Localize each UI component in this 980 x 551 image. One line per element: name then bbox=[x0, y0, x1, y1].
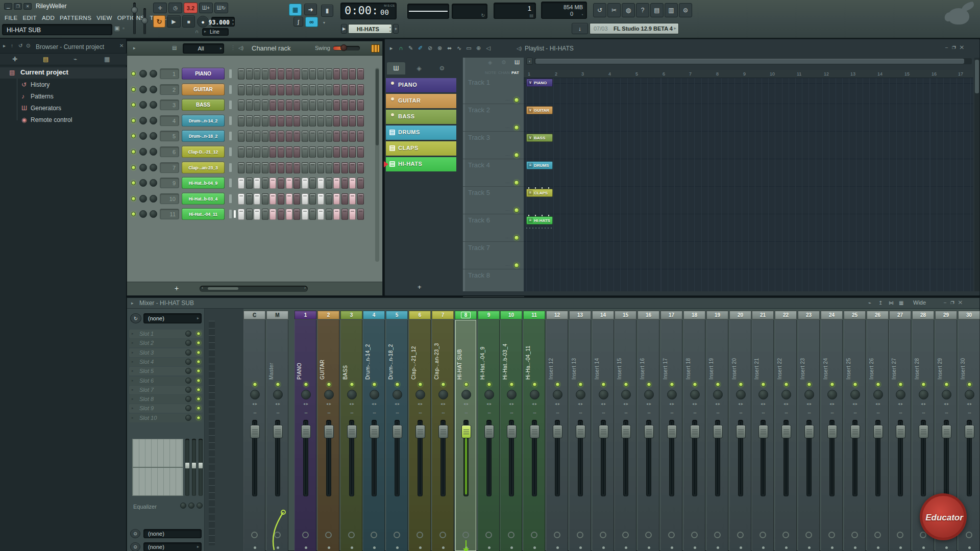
channel-volume-knob[interactable] bbox=[150, 132, 157, 140]
mixer-strip-14[interactable]: Insert 14◂▸◂▸ bbox=[592, 320, 614, 551]
step-9[interactable] bbox=[302, 68, 308, 80]
strip-fader-handle[interactable] bbox=[301, 425, 311, 438]
step-2[interactable] bbox=[246, 193, 253, 205]
step-5[interactable] bbox=[270, 68, 276, 80]
mixer-strip-2[interactable]: GUITAR◂▸◂▸ bbox=[317, 320, 339, 551]
strip-fader-handle[interactable] bbox=[324, 425, 334, 438]
step-8[interactable] bbox=[293, 115, 300, 127]
step-16[interactable] bbox=[357, 178, 364, 189]
channel-button-bass[interactable]: BASS bbox=[182, 99, 225, 111]
cut-icon[interactable]: ✂ bbox=[607, 3, 621, 17]
typing-keyboard-icon[interactable]: ✛ bbox=[153, 3, 167, 13]
step-16[interactable] bbox=[357, 131, 364, 142]
strip-pan-knob[interactable] bbox=[621, 390, 631, 399]
strip-separation-arrows[interactable]: ◂▸ bbox=[941, 402, 952, 406]
step-1[interactable] bbox=[238, 68, 244, 80]
pattern-mode-icon[interactable]: Ш bbox=[514, 59, 520, 65]
strip-swap-arrows[interactable]: ◂▸ bbox=[942, 411, 951, 414]
step-7[interactable] bbox=[286, 209, 292, 220]
strip-pan-knob[interactable] bbox=[736, 390, 746, 399]
mixer-number-30[interactable]: 30 bbox=[958, 311, 980, 319]
strip-swap-arrows[interactable]: ◂▸ bbox=[553, 411, 562, 414]
strip-swap-arrows[interactable]: ◂▸ bbox=[828, 411, 837, 414]
step-6[interactable] bbox=[278, 115, 284, 127]
step-6[interactable] bbox=[278, 131, 284, 142]
link-icon[interactable]: ∞ bbox=[305, 17, 318, 27]
step-9[interactable] bbox=[302, 131, 308, 142]
strip-pan-knob[interactable] bbox=[484, 390, 494, 399]
strip-separation-arrows[interactable]: ◂▸ bbox=[392, 402, 403, 406]
play-button[interactable]: ▶ bbox=[167, 15, 181, 28]
strip-pan-knob[interactable] bbox=[781, 390, 791, 399]
channel-volume-knob[interactable] bbox=[150, 101, 157, 109]
step-6[interactable] bbox=[278, 209, 284, 220]
menu-edit[interactable]: EDIT bbox=[20, 15, 39, 21]
step-13[interactable] bbox=[333, 99, 340, 111]
strip-fx-circle[interactable] bbox=[691, 532, 698, 538]
strip-pan-knob[interactable] bbox=[530, 390, 540, 399]
mixer-number-16[interactable]: 16 bbox=[638, 311, 659, 319]
mixer-strip-26[interactable]: Insert 26◂▸◂▸ bbox=[867, 320, 889, 551]
step-6[interactable] bbox=[278, 99, 284, 111]
strip-fader-handle[interactable] bbox=[804, 425, 814, 438]
step-8[interactable] bbox=[293, 68, 300, 80]
performance-mode-icon[interactable]: ◈ bbox=[488, 59, 492, 66]
mixer-number-M[interactable]: M bbox=[266, 311, 288, 319]
step-4[interactable] bbox=[262, 193, 268, 205]
clip-guitar[interactable]: ∨GUITAR bbox=[526, 106, 553, 114]
mixer-strip-5[interactable]: Drum-..n-18_2◂▸◂▸ bbox=[386, 320, 408, 551]
strip-separation-arrows[interactable]: ◂▸ bbox=[621, 402, 632, 406]
step-8[interactable] bbox=[293, 131, 300, 142]
step-16[interactable] bbox=[357, 162, 364, 173]
close-window-icon[interactable]: ✕ bbox=[23, 3, 32, 10]
all-files-icon[interactable]: ✚ bbox=[12, 56, 17, 63]
mixer-strip-27[interactable]: Insert 27◂▸◂▸ bbox=[889, 320, 911, 551]
step-1[interactable] bbox=[238, 115, 244, 127]
step-6[interactable] bbox=[278, 178, 284, 189]
step-1[interactable] bbox=[238, 178, 244, 189]
strip-separation-arrows[interactable]: ◂▸ bbox=[644, 402, 655, 406]
strip-separation-arrows[interactable]: ◂▸ bbox=[918, 402, 929, 406]
step-5[interactable] bbox=[270, 131, 276, 142]
strip-fx-circle[interactable] bbox=[782, 532, 789, 538]
strip-pan-knob[interactable] bbox=[415, 390, 425, 399]
channel-pan-knob[interactable] bbox=[139, 101, 147, 109]
strip-mute-led[interactable] bbox=[921, 382, 926, 387]
strip-fader-handle[interactable] bbox=[850, 425, 860, 438]
strip-mute-led[interactable] bbox=[898, 382, 903, 387]
step-10[interactable] bbox=[309, 162, 316, 173]
step-12[interactable] bbox=[326, 193, 332, 205]
step-7[interactable] bbox=[286, 178, 292, 189]
step-8[interactable] bbox=[293, 84, 300, 95]
strip-mute-led[interactable] bbox=[532, 382, 537, 387]
mixer-number-19[interactable]: 19 bbox=[706, 311, 728, 319]
step-1[interactable] bbox=[238, 131, 244, 142]
mixer-number-18[interactable]: 18 bbox=[683, 311, 705, 319]
save-icon[interactable]: ▤ bbox=[650, 3, 664, 17]
strip-fader-handle[interactable] bbox=[713, 425, 723, 438]
menu-add[interactable]: ADD bbox=[39, 15, 57, 21]
step-9[interactable] bbox=[302, 84, 308, 95]
strip-separation-arrows[interactable]: ◂▸ bbox=[273, 402, 284, 406]
strip-mute-led[interactable] bbox=[967, 382, 972, 387]
step-11[interactable] bbox=[317, 115, 324, 127]
track-record-led[interactable] bbox=[514, 180, 519, 185]
strip-separation-arrows[interactable]: ◂▸ bbox=[301, 402, 312, 406]
mixer-number-20[interactable]: 20 bbox=[729, 311, 751, 319]
step-16[interactable] bbox=[357, 99, 364, 111]
channel-pan-knob[interactable] bbox=[139, 132, 147, 140]
strip-fx-circle[interactable] bbox=[462, 532, 469, 538]
channel-pan-knob[interactable] bbox=[139, 70, 147, 78]
step-14[interactable] bbox=[341, 115, 348, 127]
step-14[interactable] bbox=[341, 178, 348, 189]
performance-tab-icon[interactable]: ◈ bbox=[410, 62, 428, 74]
strip-fader-handle[interactable] bbox=[965, 425, 974, 438]
feedback-icon[interactable]: ⊜ bbox=[679, 3, 692, 17]
step-8[interactable] bbox=[293, 193, 300, 205]
step-7[interactable] bbox=[286, 115, 292, 127]
strip-separation-arrows[interactable]: ◂▸ bbox=[575, 402, 586, 406]
download-icon[interactable]: ↓ bbox=[572, 23, 588, 34]
strip-mute-led[interactable] bbox=[441, 382, 446, 387]
step-2[interactable] bbox=[246, 84, 253, 95]
strip-fader-handle[interactable] bbox=[415, 425, 425, 438]
